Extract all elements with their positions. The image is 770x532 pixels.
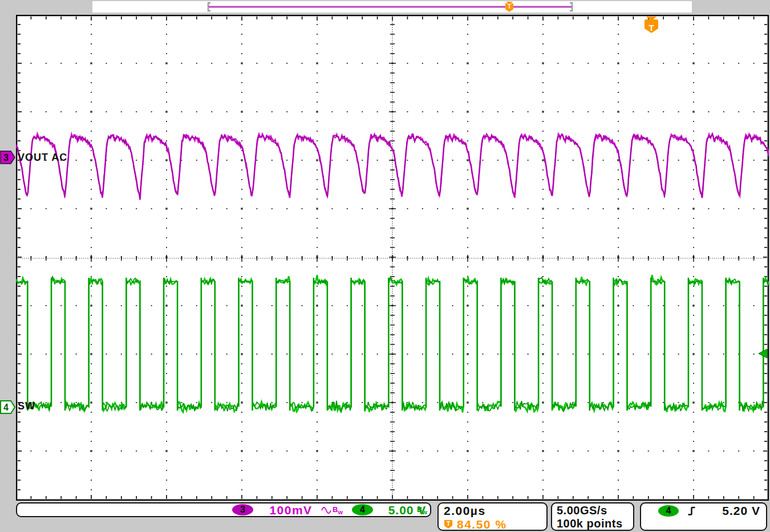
grid-dot [241,489,242,490]
bw-sub-letter: W [422,510,427,515]
grid-dot [30,450,31,452]
grid-dot [542,431,544,432]
grid-dot [226,208,228,209]
grid-dot [693,72,694,74]
grid-dot [663,208,664,209]
grid-dot [693,431,694,432]
grid-dot [166,218,167,219]
grid-dot [166,315,167,316]
grid-dot [467,208,469,210]
grid-dot [91,43,92,44]
grid-dot [542,373,544,374]
horizontal-readout-box[interactable]: 2.00µs T 84.50 % [437,502,548,531]
grid-dot [196,63,197,64]
trigger-shield-letter: T [649,23,654,33]
trigger-position-marker[interactable]: T [645,17,658,33]
grid-dot [317,286,318,287]
grid-dot [91,237,92,238]
grid-dot [618,334,619,335]
grid-dot [121,63,122,64]
grid-dot [512,402,513,403]
grid-dot [286,354,287,355]
grid-dot [663,63,664,64]
grid-dot [618,53,619,54]
grid-dot [317,228,318,229]
grid-dot [91,247,92,248]
grid-dot [542,286,544,287]
grid-dot [437,305,438,306]
grid-dot [76,354,77,355]
channel-3-badge[interactable]: 3 [0,150,16,165]
grid-dot [497,63,499,64]
grid-dot [693,315,694,316]
grid-dot [196,450,197,452]
grid-dot [166,179,167,180]
grid-dot [618,402,619,404]
grid-dot [377,63,378,64]
grid-dot [317,344,318,345]
grid-dot [693,383,694,384]
grid-dot [331,208,333,209]
grid-dot [618,72,619,74]
grid-dot [678,160,679,161]
grid-dot [618,392,619,393]
grid-dot [317,218,318,219]
grid-dot [317,402,318,404]
grid-dot [542,43,544,44]
grid-dot [467,53,468,54]
grid-dot [136,160,137,161]
grid-dot [331,160,333,161]
grid-dot [542,334,544,335]
grid-dot [241,383,242,384]
grid-dot [587,160,589,161]
grid-dot [422,111,423,112]
grid-dot [437,111,438,112]
grid-dot [256,450,257,452]
grid-dot [542,276,544,277]
grid-dot [91,111,92,113]
grid-dot [708,450,709,452]
grid-dot [60,305,62,306]
grid-dot [317,189,318,190]
trigger-position-marker-top[interactable]: T [505,2,513,12]
grid-dot [317,160,318,161]
grid-dot [317,450,318,452]
ch4-readout-badge[interactable]: 4 [352,504,373,515]
grid-dot [121,160,122,161]
grid-dot [618,460,619,461]
bw-sub-letter: W [338,510,343,515]
grid-dot [196,160,197,161]
grid-dot [693,373,694,374]
grid-dot [437,354,438,355]
grid-dot [467,363,468,364]
grid-dot [603,111,604,112]
grid-dot [542,160,544,161]
grid-dot [166,305,168,307]
grid-dot [166,63,168,64]
grid-dot [76,208,77,209]
grid-dot [166,363,167,364]
grid-dot [271,402,273,403]
grid-dot [753,63,755,64]
channel-4-badge[interactable]: 4 [0,400,16,415]
grid-dot [618,266,619,267]
grid-dot [317,295,318,297]
grid-dot [241,121,242,122]
grid-dot [271,208,273,209]
grid-dot [542,315,544,316]
grid-dot [241,101,242,103]
acquisition-readout-box[interactable]: 5.00GS/s 100k points [551,502,634,531]
grid-dot [618,373,619,374]
grid-dot [482,305,483,306]
grid-dot [452,450,453,452]
grid-dot [557,111,558,112]
ch3-readout-badge[interactable]: 3 [232,504,253,515]
grid-dot [693,237,694,238]
grid-dot [166,431,167,432]
grid-dot [618,63,619,64]
grid-dot [573,63,574,64]
grid-dot [542,344,544,345]
grid-dot [542,324,544,326]
trigger-readout-box[interactable]: 4 5.20 V [640,502,767,531]
ch3-scale-readout[interactable]: 100mV [262,503,319,517]
